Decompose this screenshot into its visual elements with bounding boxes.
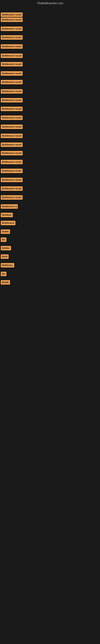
bottleneck-badge-3[interactable]: Bottleneck result <box>1 26 23 31</box>
bottleneck-badge-27[interactable]: Bo <box>1 238 6 242</box>
bottleneck-badge-10[interactable]: Bottleneck result <box>1 89 23 94</box>
bottleneck-badge-31[interactable]: Bo <box>1 272 6 276</box>
bottleneck-badge-26[interactable]: Bottle <box>1 230 10 234</box>
bottleneck-badge-2[interactable]: Bottleneck result <box>1 18 23 22</box>
bottleneck-badge-19[interactable]: Bottleneck result <box>1 169 23 173</box>
bottleneck-badge-6[interactable]: Bottleneck result <box>1 54 23 58</box>
badges-container: Bottleneck resultBottleneck resultBottle… <box>0 6 100 644</box>
bottleneck-badge-4[interactable]: Bottleneck result <box>1 35 23 40</box>
bottleneck-badge-14[interactable]: Bottleneck result <box>1 124 23 129</box>
bottleneck-badge-32[interactable]: Bottle <box>1 280 10 284</box>
bottleneck-badge-15[interactable]: Bottleneck result <box>1 134 23 138</box>
bottleneck-badge-11[interactable]: Bottleneck result <box>1 98 23 102</box>
bottleneck-badge-8[interactable]: Bottleneck result <box>1 71 23 76</box>
bottleneck-badge-16[interactable]: Bottleneck result <box>1 142 23 147</box>
bottleneck-badge-23[interactable]: Bottleneck re <box>1 204 18 209</box>
bottleneck-badge-30[interactable]: Bottlenec <box>1 263 14 268</box>
site-title: TheBottlenecker.com <box>0 0 100 6</box>
bottleneck-badge-7[interactable]: Bottleneck result <box>1 62 23 66</box>
bottleneck-badge-1[interactable]: Bottleneck result <box>1 12 23 17</box>
bottleneck-badge-9[interactable]: Bottleneck result <box>1 80 23 84</box>
bottleneck-badge-21[interactable]: Bottleneck result <box>1 186 23 191</box>
bottleneck-badge-24[interactable]: Bottlene <box>1 213 13 217</box>
bottleneck-badge-18[interactable]: Bottleneck result <box>1 160 23 164</box>
bottleneck-badge-5[interactable]: Bottleneck result <box>1 44 23 49</box>
bottleneck-badge-20[interactable]: Bottleneck result <box>1 178 23 182</box>
bottleneck-badge-17[interactable]: Bottleneck result <box>1 151 23 155</box>
page-container: TheBottlenecker.com Bottleneck resultBot… <box>0 0 100 644</box>
bottleneck-badge-28[interactable]: Bottler <box>1 246 11 250</box>
bottleneck-badge-13[interactable]: Bottleneck result <box>1 116 23 120</box>
bottleneck-badge-29[interactable]: Bottl <box>1 254 9 259</box>
bottleneck-badge-22[interactable]: Bottleneck result <box>1 195 23 200</box>
bottleneck-badge-25[interactable]: Bottleneck <box>1 221 15 225</box>
bottleneck-badge-12[interactable]: Bottleneck result <box>1 107 23 111</box>
